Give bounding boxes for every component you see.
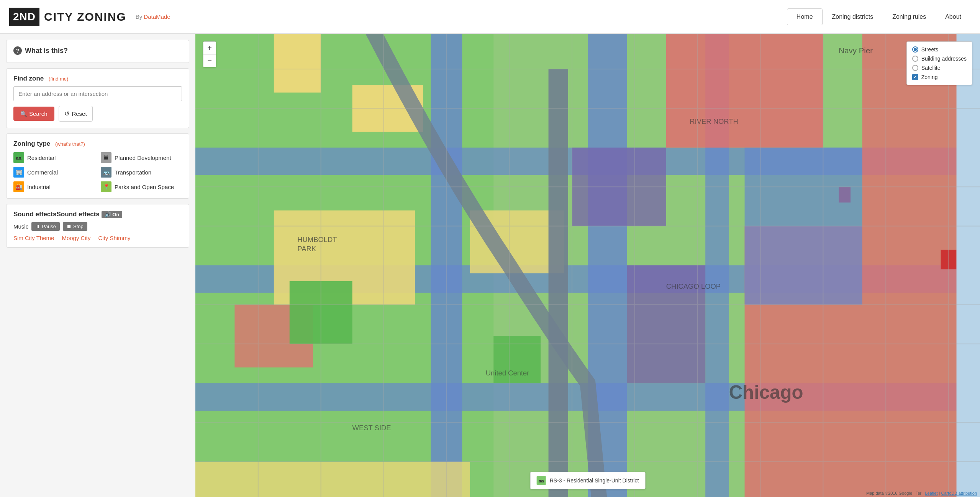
find-zone-card: Find zone (find me) Search Reset (6, 68, 189, 128)
find-me-link[interactable]: (find me) (49, 76, 68, 82)
sound-card: Sound effectsSound effects On Music Paus… (6, 204, 189, 248)
layer-building-addresses[interactable]: Building addresses (912, 56, 967, 62)
building-addresses-label: Building addresses (921, 56, 967, 62)
zoom-out-button[interactable]: − (203, 54, 216, 67)
zone-transportation-label: Transportation (115, 169, 151, 176)
svg-text:Chicago: Chicago (729, 382, 803, 403)
svg-rect-25 (957, 34, 980, 497)
layer-satellite[interactable]: Satellite (912, 65, 967, 71)
speaker-icon (105, 212, 111, 217)
zoom-controls: + − (203, 41, 216, 67)
svg-rect-16 (195, 462, 470, 497)
question-icon: ? (13, 46, 22, 55)
map-svg: Chicago Navy Pier HUMBOLDT PARK United C… (195, 34, 980, 497)
reset-icon (64, 110, 69, 117)
zone-parks-icon: 📍 (101, 181, 111, 192)
theme-sim-city[interactable]: Sim City Theme (13, 235, 54, 241)
zone-residential-label: Residential (27, 155, 56, 161)
zone-residential-icon: 🏘 (13, 152, 24, 163)
svg-rect-2 (274, 34, 321, 92)
map-status-bar: 🏘 RS-3 - Residential Single-Unit Distric… (530, 472, 646, 489)
svg-text:WEST SIDE: WEST SIDE (352, 424, 391, 432)
sound-title: Sound effectsSound effects On (13, 211, 182, 218)
map-area[interactable]: Chicago Navy Pier HUMBOLDT PARK United C… (195, 34, 980, 497)
zoning-label: Zoning (921, 74, 938, 80)
layer-streets[interactable]: Streets (912, 46, 967, 53)
nav-home[interactable]: Home (787, 8, 823, 25)
status-zone-label: RS-3 - Residential Single-Unit District (550, 477, 639, 484)
datamade-link[interactable]: DataMade (144, 13, 170, 20)
svg-text:PARK: PARK (297, 245, 316, 253)
address-input[interactable] (13, 86, 182, 101)
zone-transportation[interactable]: 🚌 Transportation (101, 167, 182, 178)
zone-industrial[interactable]: 🏭 Industrial (13, 181, 95, 192)
what-is-this-label: What is this? (25, 47, 68, 55)
zone-transportation-icon: 🚌 (101, 167, 111, 178)
zone-commercial-label: Commercial (27, 169, 58, 176)
satellite-label: Satellite (921, 65, 941, 71)
sound-title-label: Sound effects (13, 211, 56, 218)
sound-status-badge: On (102, 211, 123, 218)
pause-button[interactable]: Pause (31, 222, 60, 231)
music-row: Music Pause Stop (13, 222, 182, 231)
streets-label: Streets (921, 46, 938, 53)
status-zone-icon: 🏘 (537, 476, 546, 485)
zoning-checkbox: ✓ (912, 74, 918, 80)
reset-button[interactable]: Reset (59, 106, 92, 122)
zoning-grid: 🏘 Residential 🏛 Planned Development 🏢 Co… (13, 152, 182, 192)
stop-button[interactable]: Stop (63, 222, 87, 231)
zone-parks-label: Parks and Open Space (115, 184, 174, 190)
map-attribution: Map data ©2016 Google Ter Leaflet | Cart… (866, 491, 977, 495)
theme-city-shimmy[interactable]: City Shimmy (98, 235, 130, 241)
zone-industrial-icon: 🏭 (13, 181, 24, 192)
find-zone-label: Find zone (13, 75, 44, 82)
search-icon (20, 110, 27, 117)
whats-that-link[interactable]: (what's that?) (55, 141, 85, 147)
zoning-type-label: Zoning type (13, 140, 50, 147)
zone-planned-label: Planned Development (115, 155, 171, 161)
logo-text: CITY ZONING (44, 10, 126, 23)
zone-planned[interactable]: 🏛 Planned Development (101, 152, 182, 163)
leaflet-link[interactable]: Leaflet (925, 491, 937, 495)
pause-icon (35, 224, 40, 229)
find-zone-title: Find zone (find me) (13, 75, 182, 82)
zone-planned-icon: 🏛 (101, 152, 111, 163)
nav-about[interactable]: About (936, 8, 971, 25)
svg-rect-10 (666, 34, 823, 148)
streets-radio-fill (914, 48, 917, 51)
layer-controls: Streets Building addresses Satellite ✓ Z… (906, 41, 972, 85)
nav-zoning-districts[interactable]: Zoning districts (823, 8, 883, 25)
music-label: Music (13, 223, 28, 230)
svg-text:CHICAGO LOOP: CHICAGO LOOP (666, 282, 721, 290)
svg-text:RIVER NORTH: RIVER NORTH (690, 117, 738, 125)
svg-text:Navy Pier: Navy Pier (839, 46, 873, 55)
search-button[interactable]: Search (13, 107, 54, 121)
building-addresses-radio (912, 56, 918, 62)
by-label: By (136, 13, 143, 20)
theme-moogy-city[interactable]: Moogy City (62, 235, 90, 241)
logo-box: 2ND (9, 8, 39, 26)
cartodb-link[interactable]: CartoDB attribution (941, 491, 977, 495)
zone-commercial-icon: 🏢 (13, 167, 24, 178)
main-nav: Home Zoning districts Zoning rules About (787, 8, 971, 25)
nav-zoning-rules[interactable]: Zoning rules (883, 8, 936, 25)
zoning-type-card: Zoning type (what's that?) 🏘 Residential… (6, 133, 189, 199)
svg-text:United Center: United Center (486, 369, 529, 377)
svg-rect-17 (549, 69, 568, 497)
layer-zoning[interactable]: ✓ Zoning (912, 74, 967, 80)
zone-industrial-label: Industrial (27, 184, 51, 190)
zoning-type-title: Zoning type (what's that?) (13, 140, 182, 148)
search-reset-row: Search Reset (13, 106, 182, 122)
zoom-in-button[interactable]: + (203, 42, 216, 54)
sidebar: ? What is this? Find zone (find me) Sear… (0, 34, 195, 497)
music-links: Sim City Theme Moogy City City Shimmy (13, 235, 182, 241)
what-is-this-title: ? What is this? (13, 46, 182, 55)
zone-residential[interactable]: 🏘 Residential (13, 152, 95, 163)
what-is-this-card: ? What is this? (6, 40, 189, 63)
check-mark: ✓ (913, 75, 917, 80)
zone-parks[interactable]: 📍 Parks and Open Space (101, 181, 182, 192)
svg-text:HUMBOLDT: HUMBOLDT (297, 235, 337, 244)
satellite-radio (912, 65, 918, 71)
zone-commercial[interactable]: 🏢 Commercial (13, 167, 95, 178)
main-layout: ? What is this? Find zone (find me) Sear… (0, 34, 980, 497)
